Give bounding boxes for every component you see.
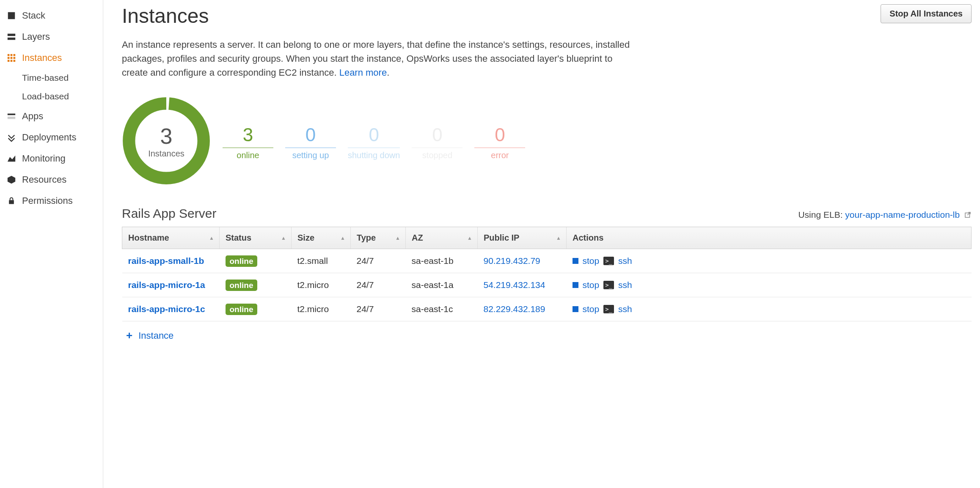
sort-caret-icon: ▲ [281,235,286,241]
main-content: Instances Stop All Instances An instance… [103,0,980,488]
table-row: rails-app-small-1bonlinet2.small24/7sa-e… [122,249,972,273]
sidebar-item-apps[interactable]: Apps [0,106,103,127]
ssh-action[interactable]: ssh [618,280,632,290]
sidebar-item-stack[interactable]: Stack [0,5,103,26]
sidebar-item-permissions[interactable]: Permissions [0,190,103,211]
cell-size: t2.micro [292,273,351,297]
elb-link[interactable]: your-app-name-production-lb [845,210,960,219]
sidebar-item-label: Permissions [22,195,73,206]
cell-type: 24/7 [351,249,406,273]
terminal-icon: >_ [603,257,614,265]
public-ip-link[interactable]: 54.219.432.134 [484,280,545,290]
sidebar-sub-time-based[interactable]: Time-based [0,69,103,87]
cell-az: sa-east-1c [406,297,478,321]
sort-caret-icon: ▲ [556,235,561,241]
svg-rect-11 [14,60,16,62]
cell-type: 24/7 [351,273,406,297]
cell-az: sa-east-1b [406,249,478,273]
svg-rect-14 [9,200,14,204]
table-row: rails-app-micro-1conlinet2.micro24/7sa-e… [122,297,972,321]
hostname-link[interactable]: rails-app-micro-1a [128,280,205,290]
stat-stopped: 0 stopped [412,121,462,160]
table-row: rails-app-micro-1aonlinet2.micro24/7sa-e… [122,273,972,297]
stop-all-instances-button[interactable]: Stop All Instances [881,4,972,23]
stat-error: 0 error [474,121,525,160]
terminal-icon: >_ [603,281,614,289]
learn-more-link[interactable]: Learn more [339,67,387,78]
sort-caret-icon: ▲ [467,235,472,241]
col-status[interactable]: Status▲ [220,227,292,249]
svg-rect-2 [8,38,15,40]
cell-type: 24/7 [351,297,406,321]
sort-caret-icon: ▲ [395,235,400,241]
col-size[interactable]: Size▲ [292,227,351,249]
page-title: Instances [122,4,209,27]
svg-rect-10 [11,60,13,62]
page-description: An instance represents a server. It can … [122,38,638,80]
sidebar-item-deployments[interactable]: Deployments [0,127,103,148]
layers-icon [6,31,17,42]
stat-setting-up: 0 setting up [285,121,336,160]
sidebar-item-label: Resources [22,174,66,185]
terminal-icon: >_ [603,305,614,313]
svg-rect-0 [8,12,15,19]
ssh-action[interactable]: ssh [618,256,632,266]
sidebar-sub-load-based[interactable]: Load-based [0,87,103,106]
cell-size: t2.micro [292,297,351,321]
stack-icon [6,10,17,21]
deployments-icon [6,132,17,143]
col-public-ip[interactable]: Public IP▲ [478,227,567,249]
sort-caret-icon: ▲ [340,235,345,241]
sidebar-item-label: Instances [22,52,62,63]
instances-icon [6,52,17,63]
sidebar-item-instances[interactable]: Instances [0,47,103,69]
layer-title: Rails App Server [122,206,216,221]
sidebar-item-label: Stack [22,10,45,21]
sidebar-item-label: Apps [22,111,43,122]
sort-caret-icon: ▲ [209,235,214,241]
sidebar-item-monitoring[interactable]: Monitoring [0,148,103,169]
stat-online: 3 online [223,121,273,160]
ssh-action[interactable]: ssh [618,304,632,314]
col-az[interactable]: AZ▲ [406,227,478,249]
sidebar-item-label: Layers [22,31,50,42]
hostname-link[interactable]: rails-app-micro-1c [128,304,205,314]
lock-icon [6,195,17,206]
svg-rect-1 [8,34,15,36]
status-badge: online [226,255,258,267]
public-ip-link[interactable]: 90.219.432.79 [484,256,540,266]
status-badge: online [226,280,258,291]
stop-action[interactable]: stop [583,304,600,314]
add-instance-button[interactable]: + Instance [122,321,980,350]
donut-label: Instances [148,149,184,159]
table-header-row: Hostname▲ Status▲ Size▲ Type▲ AZ▲ Public… [122,227,972,249]
cell-az: sa-east-1a [406,273,478,297]
instances-table: Hostname▲ Status▲ Size▲ Type▲ AZ▲ Public… [122,227,972,321]
stop-action[interactable]: stop [583,256,600,266]
stop-icon [573,258,578,264]
sidebar: Stack Layers Instances Time-based Load-b… [0,0,103,488]
monitoring-icon [6,153,17,164]
sidebar-item-label: Monitoring [22,153,66,164]
svg-rect-9 [8,60,10,62]
instances-donut-chart: 3 Instances [122,96,211,185]
sidebar-item-layers[interactable]: Layers [0,26,103,47]
svg-rect-3 [8,54,10,56]
col-hostname[interactable]: Hostname▲ [122,227,220,249]
stop-action[interactable]: stop [583,280,600,290]
svg-rect-8 [14,57,16,59]
resources-icon [6,174,17,185]
sidebar-item-resources[interactable]: Resources [0,169,103,190]
col-actions: Actions [567,227,972,249]
instances-summary: 3 Instances 3 online 0 setting up 0 shut… [122,96,980,185]
apps-icon [6,111,17,122]
svg-rect-13 [8,117,15,119]
donut-total: 3 [160,123,173,149]
col-type[interactable]: Type▲ [351,227,406,249]
stop-icon [573,282,578,288]
svg-rect-4 [11,54,13,56]
svg-rect-5 [14,54,16,56]
status-badge: online [226,304,258,315]
public-ip-link[interactable]: 82.229.432.189 [484,304,545,314]
hostname-link[interactable]: rails-app-small-1b [128,256,204,266]
